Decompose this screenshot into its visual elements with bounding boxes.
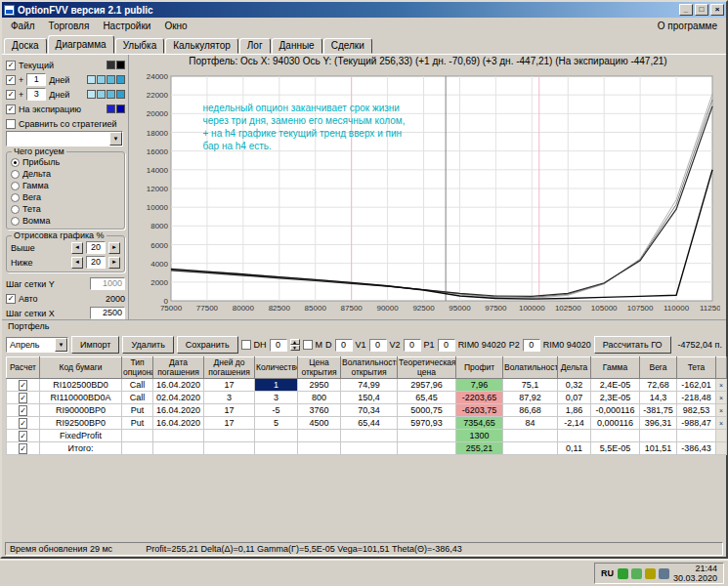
color-swatch[interactable] [107, 61, 115, 69]
cell-vega[interactable]: 396,31 [640, 417, 677, 430]
menu-item-settings[interactable]: Настройки [96, 20, 157, 32]
cell-open-price[interactable] [298, 442, 341, 455]
color-swatch[interactable] [87, 75, 96, 84]
cell-type[interactable] [122, 430, 153, 442]
row-checkbox[interactable] [19, 393, 27, 403]
row-check-cell[interactable] [7, 392, 40, 404]
cell-theor-price[interactable]: 65,45 [398, 392, 456, 404]
color-swatch[interactable] [97, 90, 106, 99]
cell-quantity[interactable]: 1 [255, 379, 298, 392]
above-value-input[interactable]: 20 [86, 241, 106, 254]
cell-code[interactable]: RI90000BP0 [40, 404, 122, 417]
cell-delta[interactable]: -2,14 [558, 417, 591, 430]
cell-days-to-expiry[interactable]: 17 [204, 404, 255, 417]
import-button[interactable]: Импорт [71, 336, 119, 354]
month-combo[interactable]: Апрель ▼ [6, 337, 68, 353]
row-delete-button[interactable]: × [716, 417, 727, 430]
cell-theor-price[interactable] [398, 430, 456, 442]
cell-days-to-expiry[interactable] [204, 430, 255, 442]
cell-type[interactable]: Put [122, 417, 153, 430]
strategy-combo[interactable]: ▼ [6, 131, 123, 146]
plus1-days-input[interactable]: 1 [26, 73, 46, 86]
cell-theor-price[interactable]: 5000,75 [398, 404, 456, 417]
color-swatch[interactable] [116, 75, 125, 84]
cell-profit[interactable]: -6203,75 [456, 404, 503, 417]
dh-checkbox[interactable] [241, 340, 251, 350]
tab-diagram[interactable]: Диаграмма [48, 35, 114, 54]
radio-option-theta[interactable]: Тета [11, 203, 120, 215]
row-check-cell[interactable] [7, 379, 40, 392]
cell-expiry-date[interactable] [153, 442, 204, 455]
cell-delta[interactable] [558, 430, 591, 442]
below-value-input[interactable]: 20 [86, 256, 106, 269]
color-swatch[interactable] [107, 75, 115, 84]
cell-gamma[interactable]: 2,3E-05 [591, 392, 640, 404]
row-delete-button[interactable]: × [716, 404, 727, 417]
plus3-checkbox[interactable] [6, 90, 16, 100]
cell-expiry-date[interactable]: 02.04.2020 [153, 392, 204, 404]
cell-theta[interactable]: -988,47 [677, 417, 716, 430]
menu-about[interactable]: О программе [651, 20, 724, 32]
color-swatch[interactable] [116, 105, 125, 113]
cell-expiry-date[interactable]: 16.04.2020 [153, 417, 204, 430]
below-increment-button[interactable]: ► [108, 257, 120, 269]
cell-delta[interactable]: 1,86 [558, 404, 591, 417]
cell-quantity[interactable]: -5 [255, 404, 298, 417]
cell-open-price[interactable] [298, 430, 341, 442]
cell-code[interactable]: FixedProfit [40, 430, 122, 442]
radio-option-profit[interactable]: Прибыль [11, 156, 120, 168]
plus1-checkbox[interactable] [6, 75, 16, 85]
v1-input[interactable]: 0 [369, 339, 387, 352]
row-check-cell[interactable] [7, 404, 40, 417]
row-delete-button[interactable]: × [716, 392, 727, 404]
maximize-button[interactable]: □ [695, 4, 708, 16]
cell-quantity[interactable]: 5 [255, 417, 298, 430]
cell-type[interactable]: Call [122, 392, 153, 404]
grid-x-input[interactable]: 2500 [90, 307, 125, 319]
current-checkbox[interactable] [6, 61, 16, 70]
cell-volatility[interactable] [503, 430, 558, 442]
close-button[interactable]: × [710, 4, 724, 16]
radio-option-delta[interactable]: Дельта [11, 168, 120, 180]
cell-delta[interactable]: 0,32 [558, 379, 591, 392]
language-indicator[interactable]: RU [601, 568, 614, 578]
cell-open-price[interactable]: 3760 [298, 404, 341, 417]
cell-volatility[interactable]: 86,68 [503, 404, 558, 417]
tab-calculator[interactable]: Калькулятор [165, 38, 238, 54]
cell-days-to-expiry[interactable]: 17 [204, 417, 255, 430]
cell-theta[interactable]: -162,01 [677, 379, 716, 392]
cell-theta[interactable]: 982,53 [677, 404, 716, 417]
cell-open-volatility[interactable]: 150,4 [341, 392, 398, 404]
cell-code[interactable]: Итого: [40, 442, 122, 455]
plus3-days-input[interactable]: 3 [26, 88, 46, 101]
cell-gamma[interactable]: 0,000116 [591, 417, 640, 430]
menu-item-trade[interactable]: Торговля [42, 20, 97, 32]
cell-open-volatility[interactable]: 65,44 [341, 417, 398, 430]
color-swatch[interactable] [107, 105, 115, 113]
tab-log[interactable]: Лог [239, 38, 271, 54]
menu-item-file[interactable]: Файл [4, 20, 42, 32]
cell-type[interactable] [122, 442, 153, 455]
cell-profit[interactable]: 7,96 [456, 379, 503, 392]
cell-vega[interactable]: -381,75 [640, 404, 677, 417]
cell-theta[interactable]: -218,48 [677, 392, 716, 404]
tray-icon-3[interactable] [645, 568, 656, 579]
cell-profit[interactable]: 7354,65 [456, 417, 503, 430]
menu-item-window[interactable]: Окно [157, 20, 193, 32]
row-checkbox[interactable] [19, 380, 27, 391]
color-swatch[interactable] [107, 90, 115, 99]
cell-volatility[interactable]: 75,1 [503, 379, 558, 392]
cell-theor-price[interactable]: 2957,96 [398, 379, 456, 392]
color-swatch[interactable] [116, 90, 125, 99]
save-button[interactable]: Сохранить [177, 336, 238, 354]
row-checkbox[interactable] [19, 431, 27, 441]
cell-theor-price[interactable] [398, 442, 456, 455]
cell-theta[interactable]: -386,43 [677, 442, 716, 455]
row-checkbox[interactable] [19, 418, 27, 429]
radio-option-vega[interactable]: Вега [11, 191, 120, 203]
compare-checkbox[interactable] [6, 119, 16, 129]
calc-go-button[interactable]: Рассчитать ГО [594, 336, 671, 354]
spinner-down-icon[interactable]: ▼ [290, 345, 300, 351]
cell-expiry-date[interactable] [153, 430, 204, 442]
tray-icon-4[interactable] [659, 568, 669, 579]
